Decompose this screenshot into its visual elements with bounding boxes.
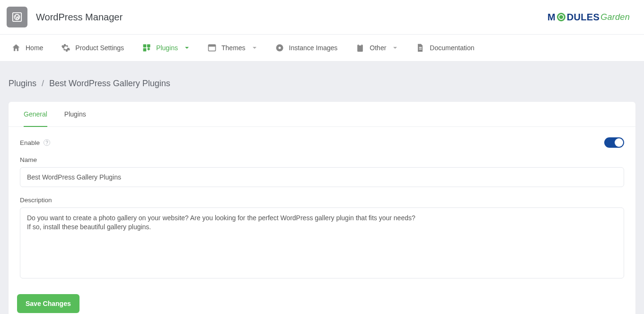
svg-rect-4 (143, 48, 147, 52)
main-nav: Home Product Settings Plugins Themes Ins… (0, 35, 644, 62)
tab-plugins[interactable]: Plugins (56, 102, 95, 126)
gear-icon (61, 43, 71, 53)
enable-toggle[interactable] (604, 137, 624, 148)
nav-product-settings[interactable]: Product Settings (53, 38, 132, 57)
save-button[interactable]: Save Changes (17, 294, 79, 313)
home-icon (11, 43, 21, 53)
breadcrumb: Plugins / Best WordPress Gallery Plugins (9, 79, 635, 89)
enable-label: Enable (20, 139, 40, 146)
clipboard-icon (355, 43, 365, 53)
help-icon[interactable]: ? (44, 139, 50, 146)
nav-plugins[interactable]: Plugins (134, 38, 197, 57)
svg-rect-9 (357, 45, 363, 52)
nav-instance-images[interactable]: Instance Images (267, 38, 345, 57)
card-tabs: General Plugins (9, 102, 635, 127)
document-icon (415, 43, 425, 53)
app-title: WordPress Manager (36, 12, 123, 23)
chevron-down-icon (393, 45, 397, 50)
brand-logo: M DULES Garden (547, 12, 637, 23)
chevron-down-icon (185, 45, 189, 50)
description-label: Description (20, 197, 624, 204)
svg-point-8 (278, 47, 281, 49)
widgets-icon (142, 43, 151, 53)
browser-icon (207, 43, 217, 53)
description-input[interactable] (20, 207, 624, 278)
name-label: Name (20, 156, 624, 163)
tab-general[interactable]: General (15, 102, 56, 126)
svg-rect-10 (359, 44, 362, 45)
chevron-down-icon (252, 45, 257, 50)
nav-home[interactable]: Home (4, 38, 51, 57)
nav-other[interactable]: Other (348, 38, 405, 57)
svg-rect-6 (209, 45, 216, 46)
name-input[interactable] (20, 167, 624, 187)
globe-icon (557, 13, 565, 21)
svg-rect-3 (147, 45, 150, 48)
breadcrumb-root[interactable]: Plugins (9, 79, 36, 88)
app-icon (7, 7, 27, 27)
svg-rect-12 (419, 49, 422, 50)
nav-themes[interactable]: Themes (200, 38, 265, 57)
svg-rect-11 (419, 47, 422, 48)
disc-icon (275, 43, 284, 53)
svg-rect-2 (143, 45, 147, 48)
breadcrumb-current: Best WordPress Gallery Plugins (49, 79, 170, 88)
settings-card: General Plugins Enable ? Name Descriptio… (9, 102, 635, 314)
nav-documentation[interactable]: Documentation (408, 38, 482, 57)
